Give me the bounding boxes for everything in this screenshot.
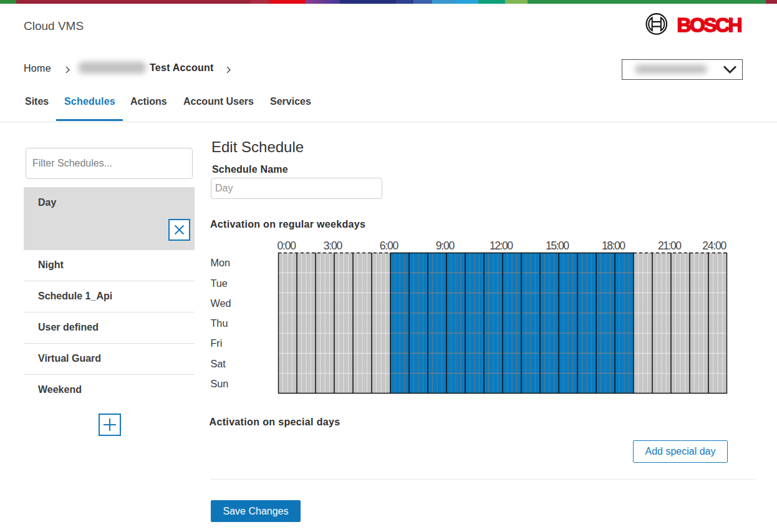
svg-text:18:00: 18:00 bbox=[602, 239, 625, 252]
svg-text:Mon: Mon bbox=[210, 257, 230, 268]
svg-text:BOSCH: BOSCH bbox=[677, 14, 743, 36]
svg-text:0:00: 0:00 bbox=[278, 239, 297, 252]
svg-text:12:00: 12:00 bbox=[490, 239, 513, 252]
svg-text:24:00: 24:00 bbox=[702, 239, 726, 252]
svg-text:21:00: 21:00 bbox=[658, 239, 682, 252]
svg-text:9:00: 9:00 bbox=[436, 239, 455, 252]
svg-text:Tue: Tue bbox=[210, 278, 227, 289]
svg-text:Sun: Sun bbox=[210, 378, 228, 389]
svg-text:15:00: 15:00 bbox=[546, 239, 569, 252]
svg-text:Fri: Fri bbox=[210, 337, 222, 349]
svg-text:6:00: 6:00 bbox=[380, 239, 399, 252]
svg-text:Sat: Sat bbox=[210, 358, 226, 369]
svg-text:3:00: 3:00 bbox=[324, 239, 343, 252]
svg-text:Thu: Thu bbox=[210, 317, 228, 329]
svg-text:Wed: Wed bbox=[210, 297, 231, 309]
